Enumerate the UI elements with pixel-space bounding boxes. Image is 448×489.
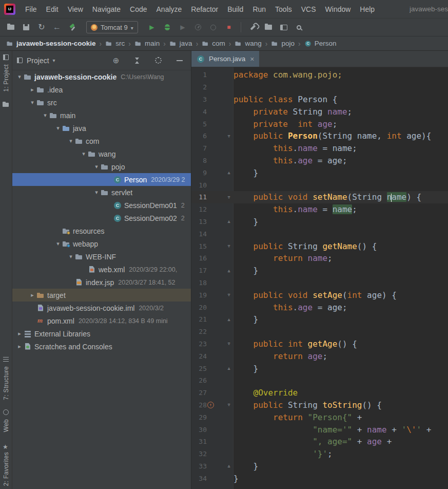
hide-button[interactable] xyxy=(176,57,184,65)
editor-line-15[interactable]: 15▿ public String getName() { xyxy=(191,240,448,252)
editor-line-29[interactable]: 29 return "Person{" + xyxy=(191,411,448,423)
tree-row-src[interactable]: ▾src xyxy=(12,96,191,109)
debug-button[interactable] xyxy=(161,21,174,33)
menu-window[interactable]: Window xyxy=(321,5,356,13)
fold-down-icon[interactable]: ▿ xyxy=(224,133,233,140)
tool-window-button-1-project[interactable]: 1: Project xyxy=(3,54,10,92)
tree-row-javaweb-session-cookie[interactable]: ▾javaweb-session-cookieC:\Users\Wang xyxy=(12,70,191,83)
editor-line-2[interactable]: 2 xyxy=(191,81,448,93)
editor-line-9[interactable]: 9▵ } xyxy=(191,166,448,179)
tree-row-idea[interactable]: ▸.idea xyxy=(12,83,191,96)
line-number[interactable]: 32 xyxy=(191,450,207,458)
line-number[interactable]: 34 xyxy=(191,475,207,482)
editor-line-32[interactable]: 32 '}'; xyxy=(191,448,448,460)
editor-line-13[interactable]: 13▵ } xyxy=(191,216,448,228)
tool-window-button-web[interactable]: Web xyxy=(3,409,10,432)
run-button[interactable]: ▶ xyxy=(145,21,159,33)
nav-item-main[interactable]: main xyxy=(133,40,161,47)
editor-line-6[interactable]: 6▿ public Person(String name, int age){ xyxy=(191,130,448,142)
tool-window-button-7-structure[interactable]: 7: Structure xyxy=(3,356,10,400)
tree-row-java[interactable]: ▾java xyxy=(12,122,191,135)
tree-expanded-arrow[interactable]: ▾ xyxy=(15,73,24,80)
line-number[interactable]: 15 xyxy=(191,242,207,250)
editor-line-20[interactable]: 20 this.age = age; xyxy=(191,301,448,313)
line-number[interactable]: 6 xyxy=(191,132,207,140)
tree-row-web-xml[interactable]: web.xml2020/3/29 22:00, xyxy=(12,263,191,276)
line-number[interactable]: 11 xyxy=(191,193,207,201)
menu-refactor[interactable]: Refactor xyxy=(186,5,223,13)
line-number[interactable]: 23 xyxy=(191,340,207,348)
line-number[interactable]: 5 xyxy=(191,120,207,128)
line-number[interactable]: 26 xyxy=(191,377,207,384)
editor-line-27[interactable]: 27 @Override xyxy=(191,387,448,399)
settings-wrench-button[interactable] xyxy=(246,21,260,33)
nav-item-wang[interactable]: wang xyxy=(233,40,262,47)
project-structure-button[interactable] xyxy=(262,21,275,33)
tool-windows-button[interactable] xyxy=(277,21,290,33)
tree-expanded-arrow[interactable]: ▾ xyxy=(67,138,75,144)
stop-button[interactable]: ■ xyxy=(222,21,236,33)
line-number[interactable]: 19 xyxy=(191,291,207,299)
editor-line-14[interactable]: 14 xyxy=(191,228,448,240)
profiler-button[interactable] xyxy=(191,21,205,33)
fold-down-icon[interactable]: ▿ xyxy=(224,242,233,250)
tree-row-servlet[interactable]: ▾servlet xyxy=(12,186,191,199)
fold-up-icon[interactable]: ▵ xyxy=(224,316,233,323)
line-number[interactable]: 21 xyxy=(191,315,207,323)
line-number[interactable]: 8 xyxy=(191,157,207,164)
tree-row-com[interactable]: ▾com xyxy=(12,135,191,147)
line-number[interactable]: 22 xyxy=(191,328,207,335)
editor-line-31[interactable]: 31 ", age=" + age + xyxy=(191,436,448,448)
editor-line-17[interactable]: 17▵ } xyxy=(191,265,448,277)
editor-line-16[interactable]: 16 return name; xyxy=(191,252,448,265)
line-number[interactable]: 28 xyxy=(191,401,207,409)
attach-button[interactable] xyxy=(207,21,220,33)
tree-collapsed-arrow[interactable]: ▸ xyxy=(15,343,24,350)
tree-row-person[interactable]: Person2020/3/29 2 xyxy=(12,173,191,186)
tree-row-resources[interactable]: resources xyxy=(12,224,191,237)
menu-code[interactable]: Code xyxy=(125,5,151,13)
line-number[interactable]: 9 xyxy=(191,169,207,177)
folder-strip-icon[interactable] xyxy=(3,101,9,108)
tree-expanded-arrow[interactable]: ▾ xyxy=(41,112,49,119)
fold-down-icon[interactable]: ▿ xyxy=(224,194,233,201)
fold-down-icon[interactable]: ▿ xyxy=(224,340,233,347)
editor-line-19[interactable]: 19▿ public void setAge(int age) { xyxy=(191,289,448,301)
tree-row-wang[interactable]: ▾wang xyxy=(12,147,191,160)
editor-line-5[interactable]: 5 private int age; xyxy=(191,118,448,130)
run-with-coverage-button[interactable]: ▶ xyxy=(176,21,189,33)
line-number[interactable]: 24 xyxy=(191,352,207,360)
tree-expanded-arrow[interactable]: ▾ xyxy=(80,151,88,157)
tree-row-index-jsp[interactable]: index.jsp2020/3/27 18:41, 52 xyxy=(12,276,191,289)
nav-item-com[interactable]: com xyxy=(201,40,226,47)
close-tab-icon[interactable] xyxy=(250,55,254,63)
menu-tools[interactable]: Tools xyxy=(270,5,297,13)
tool-window-button-2-favorites[interactable]: 2: Favorites xyxy=(3,442,10,486)
fold-up-icon[interactable]: ▵ xyxy=(224,169,233,176)
line-number[interactable]: 3 xyxy=(191,96,207,103)
editor-line-22[interactable]: 22 xyxy=(191,326,448,338)
line-number[interactable]: 33 xyxy=(191,462,207,470)
line-number[interactable]: 30 xyxy=(191,426,207,434)
editor-line-30[interactable]: 30 "name='" + name + '\'' + xyxy=(191,423,448,436)
editor-line-7[interactable]: 7 this.name = name; xyxy=(191,142,448,155)
open-button[interactable] xyxy=(4,21,17,33)
tree-row-pojo[interactable]: ▾pojo xyxy=(12,160,191,173)
line-number[interactable]: 14 xyxy=(191,230,207,238)
tree-row-target[interactable]: ▸target xyxy=(12,289,191,302)
line-number[interactable]: 10 xyxy=(191,181,207,189)
locate-button[interactable]: ⊕ xyxy=(112,57,120,65)
editor-line-28[interactable]: 28↑▿ public String toString() { xyxy=(191,399,448,411)
line-number[interactable]: 1 xyxy=(191,71,207,79)
nav-item-pojo[interactable]: pojo xyxy=(270,40,296,47)
editor-line-3[interactable]: 3public class Person { xyxy=(191,93,448,106)
editor-line-4[interactable]: 4 private String name; xyxy=(191,105,448,118)
settings-button[interactable] xyxy=(154,57,162,65)
tree-row-pom-xml[interactable]: pom.xml2020/3/28 14:12, 834 B 49 mini xyxy=(12,314,191,327)
nav-item-person[interactable]: Person xyxy=(303,40,338,47)
editor-line-1[interactable]: 1package com.wang.pojo; xyxy=(191,69,448,81)
line-number[interactable]: 25 xyxy=(191,365,207,372)
tree-expanded-arrow[interactable]: ▾ xyxy=(54,125,62,131)
fold-up-icon[interactable]: ▵ xyxy=(224,218,233,225)
editor-line-24[interactable]: 24 return age; xyxy=(191,350,448,362)
